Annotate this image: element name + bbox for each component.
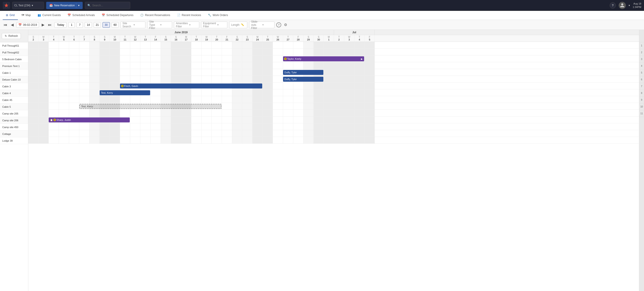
grid-cell-r1-c31[interactable] (344, 49, 354, 55)
help-button[interactable]: ? (610, 2, 616, 8)
grid-cell-r13-c16[interactable] (191, 130, 202, 137)
reservation-finch-gavin[interactable]: $Finch, Gavin (120, 83, 262, 88)
grid-cell-r4-c13[interactable] (161, 69, 171, 76)
grid-cell-r6-c27[interactable] (304, 83, 314, 89)
grid-cell-r8-c26[interactable] (293, 96, 304, 103)
grid-cell-r1-c10[interactable] (130, 49, 140, 55)
grid-cell-r3-c0[interactable] (28, 62, 38, 69)
grid-cell-r6-c30[interactable] (334, 83, 344, 89)
grid-cell-r9-c4[interactable] (69, 103, 79, 109)
site-row-pull-through-51[interactable]: Pull Through51 (0, 42, 28, 49)
grid-cell-r10-c6[interactable] (90, 110, 100, 116)
grid-cell-r1-c5[interactable] (79, 49, 90, 55)
site-row-camp-site-206[interactable]: Camp site 206 (0, 117, 28, 124)
grid-cell-r1-c8[interactable] (110, 49, 120, 55)
grid-cell-r8-c29[interactable] (324, 96, 334, 103)
grid-cell-r5-c24[interactable] (273, 76, 283, 82)
grid-cell-r11-c1[interactable] (38, 117, 49, 123)
grid-cell-r0-c5[interactable] (79, 42, 90, 48)
grid-cell-r0-c21[interactable] (242, 42, 252, 48)
grid-cell-r10-c4[interactable] (69, 110, 79, 116)
site-row-cabin-45[interactable]: Cabin 45 (0, 97, 28, 103)
grid-cell-r2-c7[interactable] (100, 55, 110, 62)
site-row-5-bedroom-cabin[interactable]: 5 Bedroom Cabin (0, 56, 28, 63)
grid-cell-r7-c33[interactable] (364, 89, 375, 96)
grid-cell-r0-c26[interactable] (293, 42, 304, 48)
grid-cell-r2-c3[interactable] (59, 55, 69, 62)
grid-cell-r1-c32[interactable] (354, 49, 364, 55)
grid-cell-r1-c3[interactable] (59, 49, 69, 55)
grid-cell-r1-c6[interactable] (90, 49, 100, 55)
grid-cell-r14-c7[interactable] (100, 137, 110, 143)
grid-cell-r9-c30[interactable] (334, 103, 344, 109)
grid-cell-r5-c13[interactable] (161, 76, 171, 82)
tab-work-orders[interactable]: 🔧 Work Orders (205, 11, 231, 20)
grid-cell-r0-c12[interactable] (150, 42, 161, 48)
grid-cell-r5-c20[interactable] (232, 76, 242, 82)
grid-cell-r9-c19[interactable] (222, 103, 232, 109)
grid-cell-r11-c16[interactable] (191, 117, 202, 123)
grid-cell-r8-c7[interactable] (100, 96, 110, 103)
grid-cell-r13-c19[interactable] (222, 130, 232, 137)
grid-cell-r13-c29[interactable] (324, 130, 334, 137)
grid-cell-r14-c8[interactable] (110, 137, 120, 143)
tab-map[interactable]: 🗺 Map (18, 11, 34, 20)
grid-cell-r0-c17[interactable] (202, 42, 212, 48)
grid-cell-r2-c8[interactable] (110, 55, 120, 62)
grid-cell-r13-c5[interactable] (79, 130, 90, 137)
grid-cell-r1-c7[interactable] (100, 49, 110, 55)
grid-cell-r10-c21[interactable] (242, 110, 252, 116)
grid-cell-r13-c31[interactable] (344, 130, 354, 137)
grid-cell-r5-c19[interactable] (222, 76, 232, 82)
grid-cell-r10-c5[interactable] (79, 110, 90, 116)
grid-cell-r14-c30[interactable] (334, 137, 344, 143)
grid-cell-r8-c19[interactable] (222, 96, 232, 103)
grid-cell-r4-c6[interactable] (90, 69, 100, 76)
grid-cell-r3-c13[interactable] (161, 62, 171, 69)
grid-cell-r0-c6[interactable] (90, 42, 100, 48)
grid-cell-r0-c18[interactable] (212, 42, 222, 48)
grid-cell-r12-c5[interactable] (79, 123, 90, 130)
grid-cell-r13-c9[interactable] (120, 130, 130, 137)
grid-cell-r2-c24[interactable] (273, 55, 283, 62)
grid-cell-r14-c10[interactable] (130, 137, 140, 143)
grid-cell-r10-c2[interactable] (49, 110, 59, 116)
grid-cell-r0-c1[interactable] (38, 42, 49, 48)
grid-cell-r14-c2[interactable] (49, 137, 59, 143)
grid-cell-r12-c4[interactable] (69, 123, 79, 130)
grid-cell-r8-c24[interactable] (273, 96, 283, 103)
grid-cell-r4-c31[interactable] (344, 69, 354, 76)
grid-cell-r10-c17[interactable] (202, 110, 212, 116)
grid-cell-r1-c0[interactable] (28, 49, 38, 55)
grid-cell-r10-c12[interactable] (150, 110, 161, 116)
grid-cell-r9-c20[interactable] (232, 103, 242, 109)
grid-cell-r8-c4[interactable] (69, 96, 79, 103)
grid-cell-r10-c27[interactable] (304, 110, 314, 116)
grid-cell-r14-c12[interactable] (150, 137, 161, 143)
grid-cell-r14-c28[interactable] (314, 137, 324, 143)
new-reservation-dropdown-icon[interactable]: ▾ (76, 3, 80, 8)
grid-cell-r4-c4[interactable] (69, 69, 79, 76)
grid-cell-r10-c3[interactable] (59, 110, 69, 116)
view-21-btn[interactable]: 21 (94, 22, 101, 28)
site-row-deluxe-cabin-10[interactable]: Deluxe Cabin 10 (0, 76, 28, 83)
grid-cell-r12-c18[interactable] (212, 123, 222, 130)
grid-cell-r6-c7[interactable] (100, 83, 110, 89)
grid-cell-r5-c23[interactable] (263, 76, 273, 82)
grid-cell-r11-c0[interactable] (28, 117, 38, 123)
length-filter[interactable]: Length 📏 (229, 21, 247, 28)
site-row-cottage[interactable]: Cottage (0, 131, 28, 137)
grid-cell-r4-c16[interactable] (191, 69, 202, 76)
grid-cell-r8-c13[interactable] (161, 96, 171, 103)
grid-cell-r9-c33[interactable] (364, 103, 375, 109)
grid-cell-r11-c17[interactable] (202, 117, 212, 123)
grid-cell-r13-c11[interactable] (140, 130, 150, 137)
grid-cell-r6-c25[interactable] (283, 83, 293, 89)
grid-cell-r14-c31[interactable] (344, 137, 354, 143)
grid-cell-r3-c8[interactable] (110, 62, 120, 69)
settings-btn[interactable]: ⚙ (283, 22, 288, 28)
grid-cell-r4-c33[interactable] (364, 69, 375, 76)
grid-cell-r13-c0[interactable] (28, 130, 38, 137)
grid-cell-r4-c24[interactable] (273, 69, 283, 76)
site-row-camp-site-450[interactable]: Camp site 450 (0, 124, 28, 131)
